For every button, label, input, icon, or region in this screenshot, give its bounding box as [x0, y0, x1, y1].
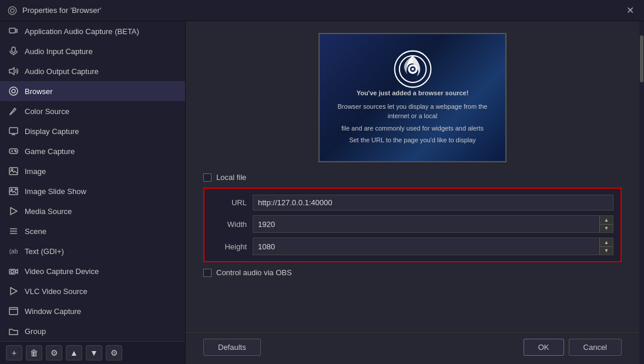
add-item-button[interactable]: +	[6, 345, 22, 360]
sidebar-label-display-capture: Display Capture	[25, 127, 79, 136]
image-icon	[8, 166, 19, 176]
width-label: Width	[212, 220, 247, 229]
svg-point-0	[8, 6, 16, 15]
cancel-button[interactable]: Cancel	[569, 339, 622, 356]
sidebar-label-vlc-video-source: VLC Video Source	[25, 287, 88, 296]
sidebar-label-color-source: Color Source	[25, 107, 69, 116]
svg-rect-2	[9, 28, 15, 33]
preview-text: You've just added a browser source! Brow…	[336, 88, 489, 145]
svg-point-36	[411, 68, 414, 71]
sidebar-label-audio-input-capture: Audio Input Capture	[25, 47, 93, 56]
sidebar-item-audio-output-capture[interactable]: Audio Output Capture	[0, 61, 185, 81]
url-row: URL	[212, 195, 613, 211]
sidebar-label-app-audio-capture: Application Audio Capture (BETA)	[25, 27, 139, 36]
svg-point-7	[12, 89, 15, 93]
svg-marker-5	[9, 68, 14, 75]
height-up-button[interactable]: ▲	[600, 238, 613, 246]
local-file-checkbox[interactable]	[203, 173, 212, 182]
height-row: Height ▲ ▼	[212, 238, 613, 255]
width-input[interactable]	[253, 217, 599, 232]
pencil-icon	[8, 106, 19, 116]
sidebar-label-browser: Browser	[25, 87, 53, 96]
speaker-icon	[8, 66, 19, 76]
defaults-button[interactable]: Defaults	[203, 339, 261, 356]
display-icon	[8, 126, 19, 136]
sidebar-item-group[interactable]: Group	[0, 321, 185, 341]
svg-point-15	[15, 151, 16, 152]
sidebar-item-scene[interactable]: Scene	[0, 221, 185, 241]
width-up-button[interactable]: ▲	[600, 216, 613, 224]
delete-item-button[interactable]: 🗑	[26, 345, 42, 360]
list-icon	[8, 226, 19, 236]
folder-icon	[8, 326, 19, 336]
svg-point-6	[9, 87, 18, 95]
preview-area: You've just added a browser source! Brow…	[186, 21, 639, 168]
sidebar-item-media-source[interactable]: Media Source	[0, 201, 185, 221]
svg-point-1	[11, 9, 14, 12]
title-bar-left: Properties for 'Browser'	[7, 5, 101, 16]
preview-line3: Set the URL to the page you'd like to di…	[336, 135, 489, 145]
sidebar-item-app-audio-capture[interactable]: Application Audio Capture (BETA)	[0, 21, 185, 41]
svg-rect-8	[9, 128, 18, 133]
sidebar-item-audio-input-capture[interactable]: Audio Input Capture	[0, 41, 185, 61]
height-spinner: ▲ ▼	[253, 238, 613, 255]
sidebar-item-vlc-video-source[interactable]: VLC Video Source	[0, 281, 185, 301]
title-bar: Properties for 'Browser' ✕	[0, 0, 644, 21]
width-row: Width ▲ ▼	[212, 215, 613, 233]
height-spinner-buttons: ▲ ▼	[599, 238, 613, 255]
move-up-button[interactable]: ▲	[66, 345, 82, 360]
preview-bold-line: You've just added a browser source!	[336, 88, 489, 98]
sidebar-footer: + 🗑 ⚙ ▲ ▼ ⚙	[0, 341, 185, 364]
sidebar-label-group: Group	[25, 327, 46, 336]
ok-button[interactable]: OK	[524, 339, 564, 356]
sidebar-item-video-capture-device[interactable]: Video Capture Device	[0, 261, 185, 281]
sidebar-item-image-slide-show[interactable]: Image Slide Show	[0, 181, 185, 201]
svg-marker-29	[11, 288, 17, 295]
control-audio-checkbox[interactable]	[203, 269, 212, 277]
local-file-row: Local file	[203, 172, 622, 183]
preview-line1: Browser sources let you display a webpag…	[336, 102, 489, 121]
bottom-buttons: Defaults OK Cancel	[186, 332, 639, 364]
main-content: Application Audio Capture (BETA) Audio I…	[0, 21, 644, 364]
sidebar-item-game-capture[interactable]: Game Capture	[0, 141, 185, 161]
width-spinner: ▲ ▼	[253, 215, 613, 233]
sidebar-label-media-source: Media Source	[25, 207, 72, 216]
sidebar-item-display-capture[interactable]: Display Capture	[0, 121, 185, 141]
sidebar-item-color-source[interactable]: Color Source	[0, 101, 185, 121]
height-down-button[interactable]: ▼	[600, 246, 613, 255]
close-button[interactable]: ✕	[623, 4, 637, 18]
height-input[interactable]	[253, 239, 599, 254]
camera-icon	[8, 266, 19, 276]
url-label: URL	[212, 198, 247, 207]
sidebar-label-text-gdi: Text (GDI+)	[25, 247, 64, 256]
dialog-title: Properties for 'Browser'	[22, 6, 101, 15]
width-spinner-buttons: ▲ ▼	[599, 216, 613, 232]
sidebar-list: Application Audio Capture (BETA) Audio I…	[0, 21, 185, 341]
ok-cancel-group: OK Cancel	[524, 339, 622, 356]
height-label: Height	[212, 242, 247, 251]
sidebar-item-image[interactable]: Image	[0, 161, 185, 181]
svg-marker-22	[11, 208, 17, 215]
settings-button[interactable]: ⚙	[46, 345, 62, 360]
slideshow-icon	[8, 186, 19, 196]
sidebar: Application Audio Capture (BETA) Audio I…	[0, 21, 186, 364]
sidebar-label-scene: Scene	[25, 227, 46, 236]
right-scrollbar[interactable]	[639, 21, 644, 364]
window-icon	[8, 306, 19, 316]
mic-icon	[8, 46, 19, 56]
control-audio-label: Control audio via OBS	[216, 268, 292, 277]
sidebar-item-window-capture[interactable]: Window Capture	[0, 301, 185, 321]
more-options-button[interactable]: ⚙	[106, 345, 122, 360]
app-audio-icon	[8, 26, 19, 36]
preview-box: You've just added a browser source! Brow…	[318, 33, 507, 162]
sidebar-item-browser[interactable]: Browser	[0, 81, 185, 101]
right-panel: You've just added a browser source! Brow…	[186, 21, 639, 364]
url-input[interactable]	[253, 195, 613, 211]
obs-preview-logo	[394, 50, 432, 88]
width-down-button[interactable]: ▼	[600, 224, 613, 232]
sidebar-label-video-capture-device: Video Capture Device	[25, 267, 99, 276]
sidebar-label-image: Image	[25, 167, 46, 176]
move-down-button[interactable]: ▼	[86, 345, 102, 360]
play-icon	[8, 206, 19, 216]
sidebar-item-text-gdi[interactable]: (ab Text (GDI+)	[0, 241, 185, 261]
